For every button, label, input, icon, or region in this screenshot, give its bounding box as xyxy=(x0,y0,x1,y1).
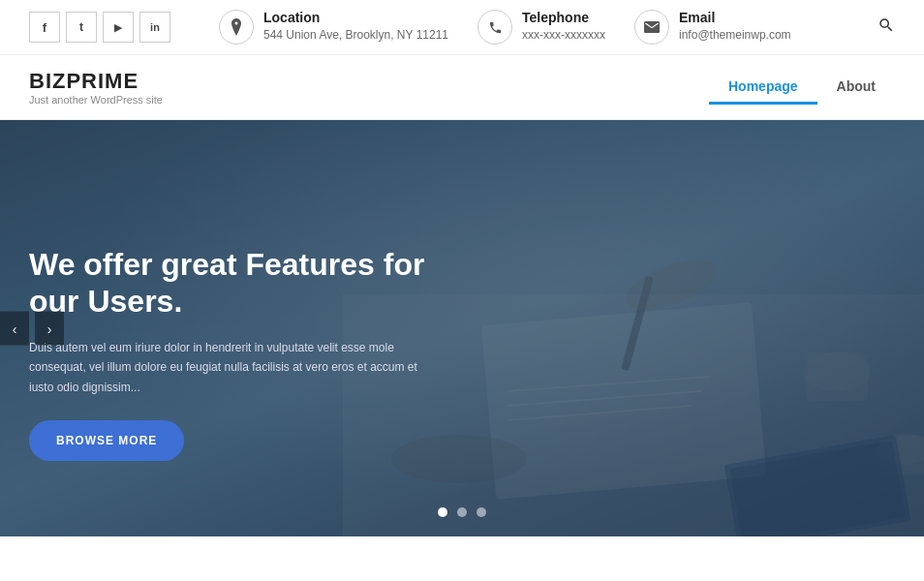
telephone-value: xxx-xxx-xxxxxxx xyxy=(522,27,605,44)
twitter-icon[interactable]: t xyxy=(66,12,97,43)
telephone-text: Telephone xxx-xxx-xxxxxxx xyxy=(522,10,605,44)
hero-title: We offer great Features for our Users. xyxy=(29,246,436,321)
youtube-icon[interactable]: ▶ xyxy=(103,12,134,43)
nav-links: Homepage About xyxy=(709,71,895,105)
location-value: 544 Union Ave, Brooklyn, NY 11211 xyxy=(263,27,448,44)
prev-slide-arrow[interactable]: ‹ xyxy=(0,312,29,346)
search-icon[interactable] xyxy=(878,16,895,39)
email-label: Email xyxy=(679,10,791,25)
hero-content: We offer great Features for our Users. D… xyxy=(29,246,436,461)
location-text: Location 544 Union Ave, Brooklyn, NY 112… xyxy=(263,10,448,44)
hero-description: Duis autem vel eum iriure dolor in hendr… xyxy=(29,338,436,397)
slide-indicators xyxy=(438,507,486,517)
nav-bar: BIZPRIME Just another WordPress site Hom… xyxy=(0,55,924,120)
nav-link-homepage[interactable]: Homepage xyxy=(709,71,817,105)
facebook-icon[interactable]: f xyxy=(29,12,60,43)
slide-dot-1[interactable] xyxy=(438,507,447,517)
location-icon xyxy=(219,10,254,45)
hero-section: We offer great Features for our Users. D… xyxy=(0,120,924,536)
telephone-contact: Telephone xxx-xxx-xxxxxxx xyxy=(477,10,605,45)
telephone-label: Telephone xyxy=(522,10,605,25)
phone-icon xyxy=(477,10,512,45)
linkedin-icon[interactable]: in xyxy=(139,12,170,43)
location-contact: Location 544 Union Ave, Brooklyn, NY 112… xyxy=(219,10,448,45)
email-value: info@themeinwp.com xyxy=(679,27,791,44)
brand: BIZPRIME Just another WordPress site xyxy=(29,69,163,106)
email-contact: Email info@themeinwp.com xyxy=(634,10,791,45)
nav-link-about[interactable]: About xyxy=(817,71,895,105)
slide-dot-2[interactable] xyxy=(457,507,467,517)
location-label: Location xyxy=(263,10,448,25)
slide-dot-3[interactable] xyxy=(477,507,486,517)
email-text: Email info@themeinwp.com xyxy=(679,10,791,44)
brand-tagline: Just another WordPress site xyxy=(29,94,163,106)
next-slide-arrow[interactable]: › xyxy=(35,312,64,346)
email-icon xyxy=(634,10,669,45)
social-icons: f t ▶ in xyxy=(29,12,170,43)
contact-items: Location 544 Union Ave, Brooklyn, NY 112… xyxy=(219,10,848,45)
top-bar: f t ▶ in Location 544 Union Ave, Brookly… xyxy=(0,0,924,55)
browse-more-button[interactable]: BROWSE MORE xyxy=(29,420,184,461)
brand-name: BIZPRIME xyxy=(29,69,163,94)
